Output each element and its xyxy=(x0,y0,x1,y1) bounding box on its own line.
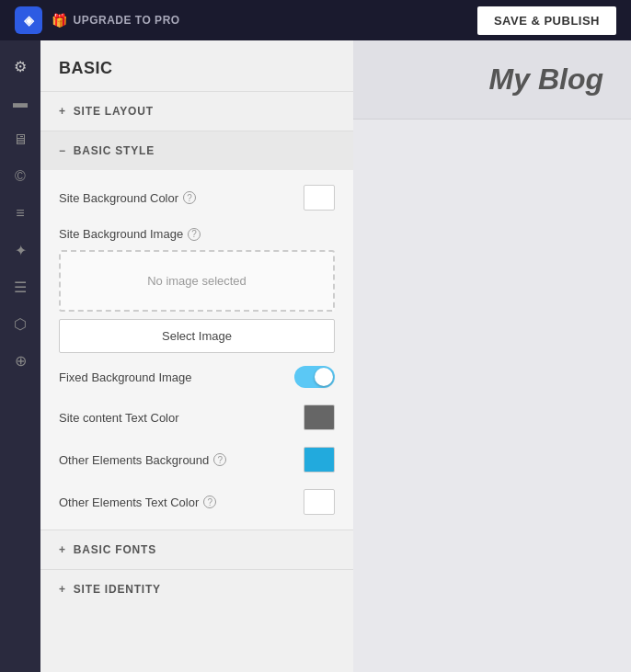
site-content-text-color-swatch[interactable] xyxy=(304,404,335,430)
site-layout-section: + SITE LAYOUT xyxy=(40,91,353,131)
fixed-bg-image-label: Fixed Background Image xyxy=(59,370,192,384)
other-elements-text-color-label: Other Elements Text Color ? xyxy=(59,495,216,509)
site-identity-section: + SITE IDENTITY xyxy=(40,569,353,609)
other-elements-text-color-help-icon[interactable]: ? xyxy=(203,495,216,508)
site-bg-image-label: Site Background Image ? xyxy=(59,227,335,241)
sidebar-icon-list[interactable]: ≡ xyxy=(4,197,37,230)
sidebar-icon-copyright[interactable]: © xyxy=(4,160,37,193)
other-elements-bg-label: Other Elements Background ? xyxy=(59,453,226,467)
other-elements-bg-help-icon[interactable]: ? xyxy=(213,453,226,466)
basic-fonts-section: + BASIC FONTS xyxy=(40,530,353,569)
site-layout-header[interactable]: + SITE LAYOUT xyxy=(40,92,353,131)
sidebar-icon-settings[interactable]: ⚙ xyxy=(4,50,37,83)
sidebar-icon-cube[interactable]: ⬡ xyxy=(4,307,37,340)
other-elements-text-color-row: Other Elements Text Color ? xyxy=(59,489,335,515)
preview-blog-title-text: My Blog xyxy=(489,63,603,97)
site-identity-toggle-icon: + xyxy=(59,583,66,596)
no-image-text: No image selected xyxy=(147,274,247,288)
basic-fonts-header[interactable]: + BASIC FONTS xyxy=(40,530,353,569)
fixed-bg-image-toggle[interactable] xyxy=(294,366,335,388)
panel-title: BASIC xyxy=(40,40,353,91)
select-image-button[interactable]: Select Image xyxy=(59,319,335,353)
basic-style-toggle-icon: − xyxy=(59,144,66,157)
sidebar-icon-monitor[interactable]: 🖥 xyxy=(4,123,37,156)
upgrade-button[interactable]: 🎁 UPGRADE TO PRO xyxy=(52,13,180,28)
basic-fonts-label: BASIC FONTS xyxy=(74,543,156,556)
fixed-bg-image-row: Fixed Background Image xyxy=(59,366,335,388)
preview-area: My Blog xyxy=(353,40,631,672)
site-bg-image-help-icon[interactable]: ? xyxy=(188,228,201,241)
toggle-track xyxy=(294,366,335,388)
site-content-text-color-row: Site content Text Color xyxy=(59,404,335,430)
main-layout: ⚙ ▬ 🖥 © ≡ ✦ ☰ ⬡ ⊕ BASIC + SITE LAYOUT − … xyxy=(0,40,631,672)
site-bg-color-help-icon[interactable]: ? xyxy=(183,191,196,204)
sidebar-icon-card[interactable]: ▬ xyxy=(4,86,37,120)
site-bg-color-label: Site Background Color ? xyxy=(59,191,196,205)
other-elements-text-color-swatch[interactable] xyxy=(304,489,335,515)
logo-icon: ◈ xyxy=(15,6,42,34)
site-bg-color-row: Site Background Color ? xyxy=(59,185,335,211)
save-publish-button[interactable]: SAVE & PUBLISH xyxy=(477,6,616,35)
settings-panel: BASIC + SITE LAYOUT − BASIC STYLE Site B… xyxy=(40,40,353,672)
other-elements-bg-row: Other Elements Background ? xyxy=(59,447,335,473)
upgrade-label: UPGRADE TO PRO xyxy=(74,14,180,27)
basic-fonts-toggle-icon: + xyxy=(59,543,66,556)
basic-style-content: Site Background Color ? Site Background … xyxy=(40,170,353,530)
preview-blog-title-bar: My Blog xyxy=(353,40,631,120)
basic-style-section: − BASIC STYLE Site Background Color ? Si… xyxy=(40,131,353,530)
toggle-thumb xyxy=(315,368,333,386)
site-layout-toggle-icon: + xyxy=(59,105,66,118)
basic-style-label: BASIC STYLE xyxy=(74,144,155,157)
site-bg-image-section: Site Background Image ? No image selecte… xyxy=(59,227,335,353)
sidebar-icon-menu[interactable]: ☰ xyxy=(4,270,37,303)
site-identity-header[interactable]: + SITE IDENTITY xyxy=(40,570,353,609)
sidebar-icon-gear[interactable]: ✦ xyxy=(4,233,37,267)
other-elements-bg-swatch[interactable] xyxy=(304,447,335,473)
site-identity-label: SITE IDENTITY xyxy=(74,583,161,596)
image-drop-zone[interactable]: No image selected xyxy=(59,250,335,312)
top-bar: ◈ 🎁 UPGRADE TO PRO SAVE & PUBLISH xyxy=(0,0,631,40)
gift-icon: 🎁 xyxy=(52,13,68,28)
top-bar-left: ◈ 🎁 UPGRADE TO PRO xyxy=(15,6,180,34)
sidebar-icon-globe[interactable]: ⊕ xyxy=(4,344,37,377)
site-bg-color-swatch[interactable] xyxy=(304,185,335,211)
icon-sidebar: ⚙ ▬ 🖥 © ≡ ✦ ☰ ⬡ ⊕ xyxy=(0,40,40,672)
site-content-text-color-label: Site content Text Color xyxy=(59,411,179,425)
basic-style-header[interactable]: − BASIC STYLE xyxy=(40,131,353,170)
site-layout-label: SITE LAYOUT xyxy=(74,105,154,118)
